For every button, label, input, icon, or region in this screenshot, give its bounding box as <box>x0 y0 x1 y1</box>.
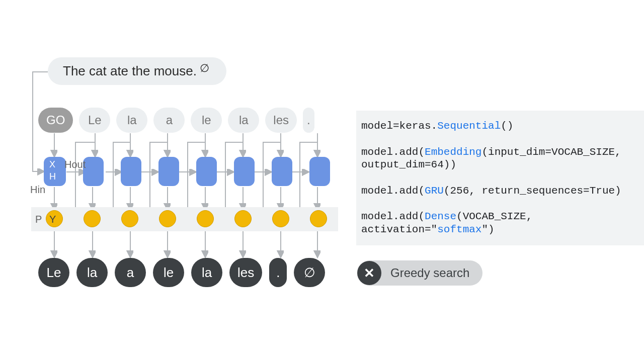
rnn-cell <box>83 157 104 186</box>
code-line-2: model.add(Embedding(input_dim=VOCAB_SIZE… <box>361 146 637 171</box>
token-out-6: . <box>269 258 287 287</box>
rnn-cell <box>158 157 179 186</box>
prob-node <box>310 210 327 227</box>
x-label: X <box>49 160 55 169</box>
input-sentence-bubble: The cat ate the mouse. ∅ <box>48 57 226 85</box>
token-in-6: les <box>265 108 297 133</box>
y-label: Y <box>49 214 56 225</box>
token-in-3: a <box>153 108 185 133</box>
token-out-1: la <box>76 258 108 287</box>
token-go: GO <box>38 108 73 133</box>
token-out-0: Le <box>38 258 69 287</box>
token-in-4: le <box>191 108 222 133</box>
token-in-2: la <box>116 108 147 133</box>
end-token-icon: ∅ <box>200 62 209 75</box>
decoder-input-row: GO Le la a le la les . <box>38 108 314 133</box>
prob-node <box>234 210 252 227</box>
prob-node <box>121 210 138 227</box>
greedy-search-label: Greedy search <box>390 266 469 280</box>
rnn-cell <box>234 157 255 186</box>
code-line-3: model.add(GRU(256, return_sequences=True… <box>361 185 637 198</box>
rnn-cell <box>309 157 330 186</box>
rnn-cell: X H <box>44 157 66 186</box>
prob-node <box>272 210 289 227</box>
rnn-cell <box>121 157 141 186</box>
token-in-1: Le <box>79 108 110 133</box>
token-out-4: la <box>191 258 222 287</box>
h-label: H <box>49 172 56 181</box>
hout-label: Hout <box>64 159 86 170</box>
prob-node <box>197 210 214 227</box>
decoder-output-row: Le la a le la les . ∅ <box>38 258 325 287</box>
code-block: model=keras.Sequential() model.add(Embed… <box>356 111 644 245</box>
code-line-4: model.add(Dense(VOCAB_SIZE, activation="… <box>361 210 637 236</box>
greedy-search-badge: ✕ Greedy search <box>357 260 482 286</box>
token-in-5: la <box>228 108 259 133</box>
prob-node <box>84 210 101 227</box>
rnn-cell-row: X H <box>44 157 330 186</box>
rnn-cell <box>196 157 217 186</box>
rnn-cell <box>272 157 292 186</box>
input-sentence-text: The cat ate the mouse. <box>63 63 197 79</box>
probability-row <box>46 210 327 227</box>
prob-node <box>159 210 176 227</box>
token-out-2: a <box>115 258 146 287</box>
close-icon[interactable]: ✕ <box>357 261 381 285</box>
p-label: P <box>35 214 42 225</box>
token-out-7: ∅ <box>294 258 325 287</box>
token-out-5: les <box>229 258 262 287</box>
token-out-3: le <box>153 258 184 287</box>
code-line-1: model=keras.Sequential() <box>361 120 637 133</box>
token-in-7: . <box>303 108 314 133</box>
hin-label: Hin <box>30 184 45 196</box>
